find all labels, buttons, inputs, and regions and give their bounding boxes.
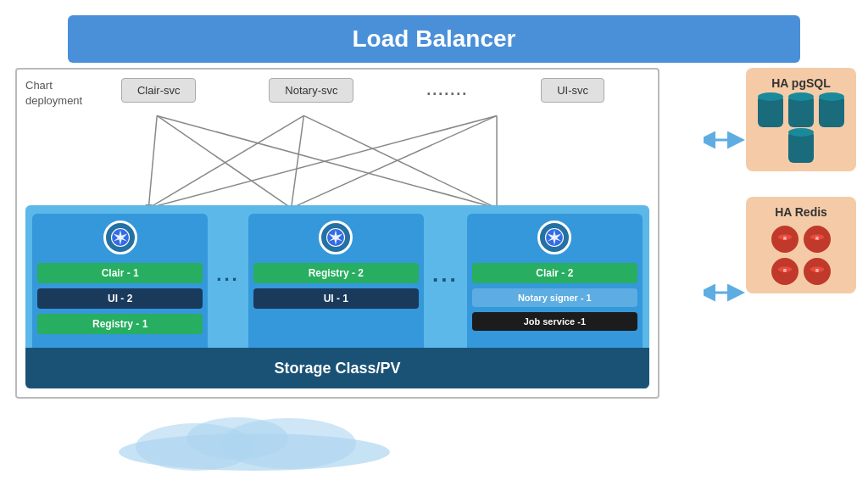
svg-line-5	[303, 115, 497, 208]
ha-arrows	[704, 68, 746, 399]
node-separator-2: ···	[429, 267, 462, 293]
cloud-shape	[102, 411, 407, 471]
load-balancer-label: Load Balancer	[353, 25, 516, 52]
k8s-node-2: Registry - 2 UI - 1	[248, 214, 424, 358]
chart-deployment-label: Chartdeployment	[25, 78, 82, 109]
chart-container: Chartdeployment Clair-svc Notary-svc ...…	[15, 68, 659, 399]
svg-line-2	[157, 115, 497, 208]
ha-pgsql-title: HA pgSQL	[758, 76, 844, 90]
db-icon-2	[788, 97, 814, 127]
svg-text:R: R	[815, 268, 819, 273]
svg-line-0	[148, 115, 157, 208]
k8s-node-3: Clair - 2 Notary signer - 1 Job service …	[467, 214, 643, 358]
svg-line-7	[292, 115, 497, 208]
clair-svc-box: Clair-svc	[121, 78, 197, 103]
svg-line-6	[148, 115, 497, 208]
k8s-node-1: Clair - 1 UI - 2 Registry - 1	[32, 214, 208, 358]
notary-svc-box: Notary-svc	[269, 78, 353, 103]
load-balancer-header: Load Balancer	[68, 15, 800, 63]
db-icon-3	[819, 97, 844, 127]
svg-text:R: R	[815, 236, 819, 241]
redis-icon-4: R	[804, 258, 831, 285]
svg-text:R: R	[783, 268, 787, 273]
pod-registry-2: Registry - 2	[253, 263, 419, 283]
ha-pgsql-box: HA pgSQL	[746, 68, 856, 171]
service-dots: .......	[426, 81, 468, 99]
svg-point-32	[186, 417, 288, 460]
redis-icon-1: R	[771, 226, 798, 253]
ha-container: HA pgSQL HA Redis R R	[746, 68, 856, 293]
k8s-area: Clair - 1 UI - 2 Registry - 1 ··· Regist…	[25, 205, 649, 388]
redis-icon-2: R	[804, 226, 831, 253]
pod-ui-2: UI - 2	[37, 288, 203, 309]
svg-line-3	[148, 115, 303, 208]
pod-clair-2: Clair - 2	[472, 263, 637, 283]
ha-redis-box: HA Redis R R R	[746, 197, 856, 293]
pod-registry-1: Registry - 1	[37, 314, 203, 334]
node-separator-1: ···	[213, 269, 242, 291]
pod-ui-1: UI - 1	[253, 288, 419, 309]
k8s-icon-2	[319, 221, 353, 254]
ha-redis-title: HA Redis	[758, 205, 844, 219]
db-icons	[758, 97, 844, 163]
db-icon-1	[758, 97, 783, 127]
storage-label: Storage Class/PV	[274, 360, 400, 377]
svg-text:R: R	[783, 236, 787, 241]
svg-line-4	[292, 115, 304, 208]
service-boxes-row: Clair-svc Notary-svc ....... UI-svc	[85, 78, 641, 103]
pod-clair-1: Clair - 1	[37, 263, 203, 283]
k8s-icon-3	[537, 221, 571, 254]
redis-icons: R R R R	[758, 226, 844, 285]
svg-line-1	[157, 115, 291, 208]
redis-icon-3: R	[771, 258, 798, 285]
pod-notary-signer-1: Notary signer - 1	[472, 288, 637, 307]
pod-job-service-1: Job service -1	[472, 312, 637, 331]
ui-svc-box: UI-svc	[541, 78, 604, 103]
db-icon-4	[788, 132, 814, 163]
k8s-icon-1	[103, 221, 137, 254]
storage-bar: Storage Class/PV	[25, 348, 649, 388]
